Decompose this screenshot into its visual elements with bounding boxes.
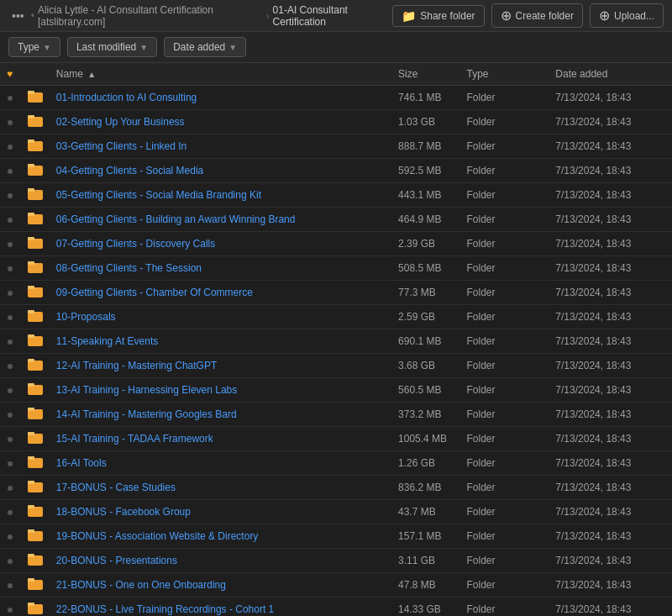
folder-icon	[28, 455, 43, 471]
file-name[interactable]: 10-Proposals	[50, 305, 391, 329]
file-name[interactable]: 03-Getting Clients - Linked In	[50, 134, 391, 159]
favorite-cell[interactable]	[0, 500, 20, 524]
table-row[interactable]: 05-Getting Clients - Social Media Brandi…	[0, 183, 672, 208]
file-name[interactable]: 04-Getting Clients - Social Media	[50, 159, 391, 183]
file-name[interactable]: 22-BONUS - Live Training Recordings - Co…	[50, 598, 391, 617]
favorite-cell[interactable]	[0, 427, 20, 451]
svg-rect-29	[28, 432, 34, 435]
folder-icon	[28, 358, 43, 373]
file-name[interactable]: 06-Getting Clients - Building an Award W…	[50, 208, 391, 232]
table-row[interactable]: 20-BONUS - Presentations3.11 GBFolder7/1…	[0, 549, 672, 573]
file-name[interactable]: 01-Introduction to AI Consulting	[50, 86, 391, 110]
table-row[interactable]: 01-Introduction to AI Consulting746.1 MB…	[0, 86, 672, 110]
file-icon-cell	[20, 281, 49, 305]
file-name[interactable]: 18-BONUS - Facebook Group	[50, 500, 391, 524]
file-date: 7/13/2024, 18:43	[549, 232, 672, 256]
table-row[interactable]: 10-Proposals2.59 GBFolder7/13/2024, 18:4…	[0, 305, 672, 329]
file-date: 7/13/2024, 18:43	[549, 427, 672, 451]
table-row[interactable]: 15-AI Training - TADAA Framework1005.4 M…	[0, 427, 672, 451]
filter-bar: Type ▼ Last modified ▼ Date added ▼	[0, 32, 672, 63]
table-row[interactable]: 22-BONUS - Live Training Recordings - Co…	[0, 598, 672, 617]
favorite-dot	[8, 291, 13, 296]
favorite-cell[interactable]	[0, 451, 20, 476]
breadcrumb-root[interactable]: Alicia Lyttle - AI Consultant Certificat…	[38, 4, 263, 28]
file-icon-cell	[20, 305, 49, 329]
table-row[interactable]: 03-Getting Clients - Linked In888.7 MBFo…	[0, 134, 672, 159]
table-row[interactable]: 06-Getting Clients - Building an Award W…	[0, 208, 672, 232]
file-name[interactable]: 08-Getting Clients - The Session	[50, 256, 391, 281]
upload-button[interactable]: ⊕ Upload...	[590, 3, 664, 28]
table-row[interactable]: 18-BONUS - Facebook Group43.7 MBFolder7/…	[0, 500, 672, 524]
table-row[interactable]: 04-Getting Clients - Social Media592.5 M…	[0, 159, 672, 183]
favorite-cell[interactable]	[0, 549, 20, 573]
favorite-cell[interactable]	[0, 134, 20, 159]
file-name[interactable]: 09-Getting Clients - Chamber Of Commerce	[50, 281, 391, 305]
file-date: 7/13/2024, 18:43	[549, 86, 672, 110]
file-type: Folder	[459, 305, 549, 329]
table-row[interactable]: 13-AI Training - Harnessing Eleven Labs5…	[0, 378, 672, 403]
file-name[interactable]: 17-BONUS - Case Studies	[50, 476, 391, 500]
favorite-cell[interactable]	[0, 305, 20, 329]
share-folder-button[interactable]: 📁 Share folder	[392, 5, 484, 27]
file-icon-cell	[20, 598, 49, 617]
file-name[interactable]: 21-BONUS - One on One Onboarding	[50, 573, 391, 598]
svg-rect-27	[28, 408, 34, 411]
type-filter-button[interactable]: Type ▼	[8, 37, 60, 57]
table-row[interactable]: 21-BONUS - One on One Onboarding47.8 MBF…	[0, 573, 672, 598]
table-row[interactable]: 14-AI Training - Mastering Googles Bard3…	[0, 403, 672, 427]
file-name[interactable]: 12-AI Training - Mastering ChatGPT	[50, 354, 391, 378]
favorite-cell[interactable]	[0, 232, 20, 256]
table-row[interactable]: 16-AI Tools1.26 GBFolder7/13/2024, 18:43	[0, 451, 672, 476]
favorite-cell[interactable]	[0, 378, 20, 403]
favorite-cell[interactable]	[0, 159, 20, 183]
favorite-cell[interactable]	[0, 110, 20, 134]
table-row[interactable]: 11-Speaking At Events690.1 MBFolder7/13/…	[0, 329, 672, 354]
favorite-cell[interactable]	[0, 183, 20, 208]
file-table: ♥ Name ▲ Size Type Date added	[0, 63, 672, 616]
file-icon-cell	[20, 183, 49, 208]
favorite-cell[interactable]	[0, 329, 20, 354]
favorite-dot	[8, 145, 13, 150]
file-name[interactable]: 19-BONUS - Association Website & Directo…	[50, 524, 391, 549]
favorite-dot	[8, 388, 13, 393]
favorite-cell[interactable]	[0, 403, 20, 427]
favorite-cell[interactable]	[0, 208, 20, 232]
file-name[interactable]: 13-AI Training - Harnessing Eleven Labs	[50, 378, 391, 403]
favorite-cell[interactable]	[0, 476, 20, 500]
date-added-filter-button[interactable]: Date added ▼	[164, 37, 246, 57]
favorite-cell[interactable]	[0, 573, 20, 598]
file-name[interactable]: 05-Getting Clients - Social Media Brandi…	[50, 183, 391, 208]
file-name[interactable]: 07-Getting Clients - Discovery Calls	[50, 232, 391, 256]
th-name[interactable]: Name ▲	[50, 63, 391, 86]
favorite-cell[interactable]	[0, 281, 20, 305]
favorite-cell[interactable]	[0, 354, 20, 378]
favorite-cell[interactable]	[0, 86, 20, 110]
table-row[interactable]: 17-BONUS - Case Studies836.2 MBFolder7/1…	[0, 476, 672, 500]
table-row[interactable]: 07-Getting Clients - Discovery Calls2.39…	[0, 232, 672, 256]
file-type: Folder	[459, 476, 549, 500]
file-date: 7/13/2024, 18:43	[549, 183, 672, 208]
svg-rect-17	[28, 286, 34, 289]
table-row[interactable]: 12-AI Training - Mastering ChatGPT3.68 G…	[0, 354, 672, 378]
file-name[interactable]: 11-Speaking At Events	[50, 329, 391, 354]
table-header-row: ♥ Name ▲ Size Type Date added	[0, 63, 672, 86]
file-name[interactable]: 14-AI Training - Mastering Googles Bard	[50, 403, 391, 427]
folder-icon	[28, 309, 43, 324]
file-name[interactable]: 16-AI Tools	[50, 451, 391, 476]
table-row[interactable]: 08-Getting Clients - The Session508.5 MB…	[0, 256, 672, 281]
create-folder-button[interactable]: ⊕ Create folder	[491, 3, 583, 28]
share-folder-label: Share folder	[420, 10, 475, 22]
file-name[interactable]: 02-Setting Up Your Business	[50, 110, 391, 134]
favorite-cell[interactable]	[0, 256, 20, 281]
favorite-cell[interactable]	[0, 524, 20, 549]
file-name[interactable]: 15-AI Training - TADAA Framework	[50, 427, 391, 451]
more-options-button[interactable]: •••	[8, 8, 28, 24]
last-modified-filter-button[interactable]: Last modified ▼	[67, 37, 157, 57]
folder-icon	[28, 114, 43, 129]
file-type: Folder	[459, 183, 549, 208]
table-row[interactable]: 19-BONUS - Association Website & Directo…	[0, 524, 672, 549]
table-row[interactable]: 02-Setting Up Your Business1.03 GBFolder…	[0, 110, 672, 134]
favorite-cell[interactable]	[0, 598, 20, 617]
file-name[interactable]: 20-BONUS - Presentations	[50, 549, 391, 573]
table-row[interactable]: 09-Getting Clients - Chamber Of Commerce…	[0, 281, 672, 305]
